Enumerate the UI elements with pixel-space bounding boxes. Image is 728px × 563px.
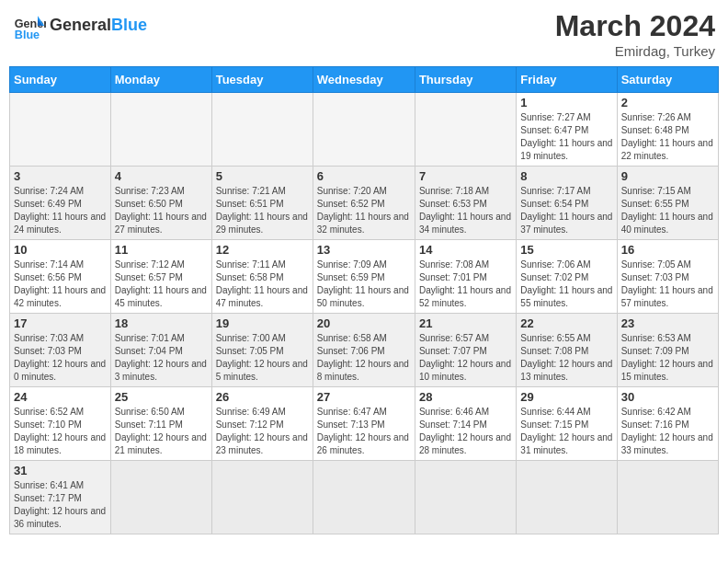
calendar-day-header: Tuesday — [211, 67, 313, 93]
day-number: 1 — [520, 96, 612, 109]
logo-icon: General Blue — [13, 9, 46, 42]
month-year: March 2024 — [555, 9, 715, 43]
calendar-cell — [313, 461, 415, 534]
day-number: 5 — [216, 169, 309, 183]
calendar-cell: 26Sunrise: 6:49 AM Sunset: 7:12 PM Dayli… — [211, 387, 313, 461]
calendar-cell: 13Sunrise: 7:09 AM Sunset: 6:59 PM Dayli… — [313, 240, 415, 314]
day-info: Sunrise: 7:26 AM Sunset: 6:48 PM Dayligh… — [621, 111, 714, 163]
day-info: Sunrise: 6:49 AM Sunset: 7:12 PM Dayligh… — [216, 406, 309, 457]
day-number: 3 — [14, 169, 107, 183]
logo-text: GeneralBlue — [50, 17, 147, 35]
calendar-cell — [415, 93, 516, 167]
calendar-day-header: Wednesday — [313, 67, 415, 93]
day-info: Sunrise: 6:53 AM Sunset: 7:09 PM Dayligh… — [621, 332, 714, 384]
day-info: Sunrise: 7:17 AM Sunset: 6:54 PM Dayligh… — [520, 185, 612, 236]
calendar-week-row: 1Sunrise: 7:27 AM Sunset: 6:47 PM Daylig… — [10, 93, 719, 167]
calendar-cell: 7Sunrise: 7:18 AM Sunset: 6:53 PM Daylig… — [415, 167, 516, 240]
calendar-cell — [211, 461, 313, 534]
calendar-week-row: 17Sunrise: 7:03 AM Sunset: 7:03 PM Dayli… — [10, 314, 719, 387]
calendar-cell: 9Sunrise: 7:15 AM Sunset: 6:55 PM Daylig… — [617, 167, 718, 240]
day-number: 8 — [520, 169, 612, 183]
calendar-cell: 19Sunrise: 7:00 AM Sunset: 7:05 PM Dayli… — [211, 314, 313, 387]
day-number: 29 — [520, 390, 612, 404]
day-info: Sunrise: 7:03 AM Sunset: 7:03 PM Dayligh… — [14, 332, 107, 384]
calendar-cell: 18Sunrise: 7:01 AM Sunset: 7:04 PM Dayli… — [110, 314, 211, 387]
calendar-cell: 24Sunrise: 6:52 AM Sunset: 7:10 PM Dayli… — [10, 387, 111, 461]
calendar-cell: 30Sunrise: 6:42 AM Sunset: 7:16 PM Dayli… — [617, 387, 718, 461]
day-info: Sunrise: 7:27 AM Sunset: 6:47 PM Dayligh… — [520, 111, 612, 163]
day-number: 9 — [621, 169, 714, 183]
calendar-cell: 21Sunrise: 6:57 AM Sunset: 7:07 PM Dayli… — [415, 314, 516, 387]
day-number: 22 — [520, 316, 612, 330]
calendar-cell — [415, 461, 516, 534]
day-info: Sunrise: 7:00 AM Sunset: 7:05 PM Dayligh… — [216, 332, 309, 384]
day-number: 6 — [317, 169, 411, 183]
day-number: 17 — [14, 316, 107, 330]
calendar-week-row: 10Sunrise: 7:14 AM Sunset: 6:56 PM Dayli… — [10, 240, 719, 314]
day-number: 7 — [419, 169, 512, 183]
day-info: Sunrise: 7:15 AM Sunset: 6:55 PM Dayligh… — [621, 185, 714, 236]
calendar-cell: 11Sunrise: 7:12 AM Sunset: 6:57 PM Dayli… — [110, 240, 211, 314]
day-number: 23 — [621, 316, 714, 330]
day-number: 19 — [216, 316, 309, 330]
calendar-cell: 17Sunrise: 7:03 AM Sunset: 7:03 PM Dayli… — [10, 314, 111, 387]
day-info: Sunrise: 7:21 AM Sunset: 6:51 PM Dayligh… — [216, 185, 309, 236]
calendar-header-row: SundayMondayTuesdayWednesdayThursdayFrid… — [10, 67, 719, 93]
calendar-week-row: 24Sunrise: 6:52 AM Sunset: 7:10 PM Dayli… — [10, 387, 719, 461]
day-number: 26 — [216, 390, 309, 404]
calendar-cell: 12Sunrise: 7:11 AM Sunset: 6:58 PM Dayli… — [211, 240, 313, 314]
calendar-cell: 1Sunrise: 7:27 AM Sunset: 6:47 PM Daylig… — [517, 93, 617, 167]
calendar-week-row: 3Sunrise: 7:24 AM Sunset: 6:49 PM Daylig… — [10, 167, 719, 240]
calendar-cell — [313, 93, 415, 167]
day-info: Sunrise: 6:42 AM Sunset: 7:16 PM Dayligh… — [621, 406, 714, 457]
day-number: 13 — [317, 243, 411, 257]
day-info: Sunrise: 6:55 AM Sunset: 7:08 PM Dayligh… — [520, 332, 612, 384]
calendar-cell: 16Sunrise: 7:05 AM Sunset: 7:03 PM Dayli… — [617, 240, 718, 314]
calendar-cell: 25Sunrise: 6:50 AM Sunset: 7:11 PM Dayli… — [110, 387, 211, 461]
calendar-cell: 31Sunrise: 6:41 AM Sunset: 7:17 PM Dayli… — [10, 461, 111, 534]
calendar-cell — [617, 461, 718, 534]
day-number: 15 — [520, 243, 612, 257]
svg-text:Blue: Blue — [15, 29, 40, 41]
day-info: Sunrise: 6:41 AM Sunset: 7:17 PM Dayligh… — [14, 479, 107, 531]
day-number: 2 — [621, 96, 714, 109]
day-number: 11 — [115, 243, 208, 257]
day-number: 28 — [419, 390, 512, 404]
day-info: Sunrise: 7:20 AM Sunset: 6:52 PM Dayligh… — [317, 185, 411, 236]
calendar-cell: 5Sunrise: 7:21 AM Sunset: 6:51 PM Daylig… — [211, 167, 313, 240]
calendar-cell — [211, 93, 313, 167]
calendar-day-header: Friday — [517, 67, 617, 93]
day-info: Sunrise: 7:09 AM Sunset: 6:59 PM Dayligh… — [317, 259, 411, 310]
location: Emirdag, Turkey — [555, 43, 715, 59]
calendar-day-header: Sunday — [10, 67, 111, 93]
day-info: Sunrise: 7:12 AM Sunset: 6:57 PM Dayligh… — [115, 259, 208, 310]
day-info: Sunrise: 6:50 AM Sunset: 7:11 PM Dayligh… — [115, 406, 208, 457]
day-number: 12 — [216, 243, 309, 257]
calendar-cell — [10, 93, 111, 167]
calendar-cell: 6Sunrise: 7:20 AM Sunset: 6:52 PM Daylig… — [313, 167, 415, 240]
day-number: 20 — [317, 316, 411, 330]
calendar-day-header: Saturday — [617, 67, 718, 93]
calendar-day-header: Thursday — [415, 67, 516, 93]
calendar-week-row: 31Sunrise: 6:41 AM Sunset: 7:17 PM Dayli… — [10, 461, 719, 534]
calendar-cell: 4Sunrise: 7:23 AM Sunset: 6:50 PM Daylig… — [110, 167, 211, 240]
day-info: Sunrise: 7:05 AM Sunset: 7:03 PM Dayligh… — [621, 259, 714, 310]
day-info: Sunrise: 7:01 AM Sunset: 7:04 PM Dayligh… — [115, 332, 208, 384]
day-info: Sunrise: 6:58 AM Sunset: 7:06 PM Dayligh… — [317, 332, 411, 384]
calendar-cell: 27Sunrise: 6:47 AM Sunset: 7:13 PM Dayli… — [313, 387, 415, 461]
day-info: Sunrise: 6:57 AM Sunset: 7:07 PM Dayligh… — [419, 332, 512, 384]
day-info: Sunrise: 7:06 AM Sunset: 7:02 PM Dayligh… — [520, 259, 612, 310]
logo: General Blue GeneralBlue — [13, 9, 147, 42]
calendar-cell: 10Sunrise: 7:14 AM Sunset: 6:56 PM Dayli… — [10, 240, 111, 314]
day-info: Sunrise: 6:46 AM Sunset: 7:14 PM Dayligh… — [419, 406, 512, 457]
calendar-table: SundayMondayTuesdayWednesdayThursdayFrid… — [9, 66, 719, 534]
page-header: General Blue GeneralBlue March 2024 Emir… — [9, 9, 719, 59]
calendar-cell: 14Sunrise: 7:08 AM Sunset: 7:01 PM Dayli… — [415, 240, 516, 314]
calendar-cell: 3Sunrise: 7:24 AM Sunset: 6:49 PM Daylig… — [10, 167, 111, 240]
day-number: 27 — [317, 390, 411, 404]
calendar-cell — [517, 461, 617, 534]
day-info: Sunrise: 6:47 AM Sunset: 7:13 PM Dayligh… — [317, 406, 411, 457]
day-info: Sunrise: 7:18 AM Sunset: 6:53 PM Dayligh… — [419, 185, 512, 236]
day-number: 4 — [115, 169, 208, 183]
day-info: Sunrise: 7:11 AM Sunset: 6:58 PM Dayligh… — [216, 259, 309, 310]
